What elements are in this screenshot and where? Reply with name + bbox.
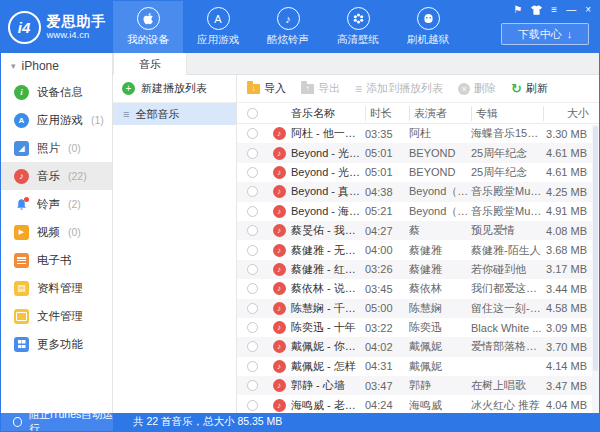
delete-button[interactable]: × 删除 — [458, 81, 496, 96]
playlist-item-all-music[interactable]: ≡ 全部音乐 — [113, 103, 236, 125]
table-row[interactable]: ♪ Beyond - 海阔天空 05:21 Beyond（黄... 音乐殿堂Mu… — [237, 202, 599, 221]
toggle-circle-icon[interactable] — [13, 417, 22, 427]
new-playlist-button[interactable]: + 新建播放列表 — [113, 75, 236, 103]
add-to-playlist-button[interactable]: ≡ 添加到播放列表 — [355, 81, 443, 96]
row-checkbox[interactable] — [247, 167, 258, 178]
sidebar-item-data-manage[interactable]: 资料管理 — [1, 274, 112, 302]
menu-icon[interactable]: ≡ — [551, 4, 557, 16]
import-button[interactable]: ↓ 导入 — [247, 81, 286, 96]
feedback-flag-icon[interactable]: ⚑ — [513, 4, 522, 16]
nav-tab-jailbreak[interactable]: 刷机越狱 — [393, 1, 463, 53]
sidebar-item-count: (2) — [68, 198, 81, 210]
table-row[interactable]: ♪ 郭静 - 心墙 03:47 郭静 在树上唱歌 3.47 MB — [237, 376, 599, 395]
sidebar-item-device-info[interactable]: i 设备信息 — [1, 78, 112, 106]
nav-tab-apps-games[interactable]: A 应用游戏 — [183, 1, 253, 53]
row-checkbox[interactable] — [247, 303, 258, 314]
row-checkbox[interactable] — [247, 128, 258, 139]
table-row[interactable]: ♪ 蔡健雅 - 红色高跟鞋 03:26 蔡健雅 若你碰到他 3.17 MB — [237, 260, 599, 279]
minimize-button[interactable]: — — [566, 4, 576, 16]
toolbar: ↓ 导入 ↑ 导出 ≡ 添加到播放列表 × 删除 — [237, 75, 599, 103]
row-checkbox[interactable] — [247, 186, 258, 197]
app-window: i4 爱思助手 www.i4.cn 我的设备 A 应用游戏 ♪ 酷炫铃声 — [0, 0, 600, 432]
song-note-icon: ♪ — [273, 127, 286, 140]
sidebar-item-file-manage[interactable]: 文件管理 — [1, 302, 112, 330]
row-checkbox[interactable] — [247, 206, 258, 217]
block-itunes-toggle[interactable]: 阻止iTunes自动运行 — [1, 413, 113, 431]
row-checkbox[interactable] — [247, 341, 258, 352]
sidebar-item-count: (0) — [68, 142, 81, 154]
sidebar-item-videos[interactable]: ▶ 视频 (0) — [1, 218, 112, 246]
row-checkbox[interactable] — [247, 225, 258, 236]
nav-tab-wallpapers[interactable]: 高清壁纸 — [323, 1, 393, 53]
nav-tab-my-devices[interactable]: 我的设备 — [113, 1, 183, 53]
table-row[interactable]: ♪ 戴佩妮 - 怎样 04:31 戴佩妮 4.14 MB — [237, 357, 599, 376]
song-artist: 蔡依林 — [409, 281, 471, 296]
table-row[interactable]: ♪ Beyond - 光辉岁月 05:01 BEYOND 25周年纪念 4.61… — [237, 163, 599, 182]
table-row[interactable]: ♪ Beyond - 真的爱你 04:38 Beyond（黄... 音乐殿堂Mu… — [237, 182, 599, 201]
row-checkbox[interactable] — [247, 148, 258, 159]
theme-skin-icon[interactable] — [531, 5, 542, 15]
song-note-icon: ♪ — [273, 263, 286, 276]
sidebar-item-music[interactable]: ♪ 音乐 (22) — [1, 162, 112, 190]
sidebar-item-ringtones[interactable]: 铃声 (2) — [1, 190, 112, 218]
row-checkbox[interactable] — [247, 361, 258, 372]
tab-music[interactable]: 音乐 — [113, 53, 187, 75]
table-row[interactable]: ♪ Beyond - 光辉岁月 05:01 BEYOND 25周年纪念 4.61… — [237, 143, 599, 162]
song-size: 4.14 MB — [543, 360, 599, 372]
song-artist: Beyond（黄... — [409, 184, 471, 199]
column-header-artist[interactable]: 表演者 — [409, 106, 471, 121]
select-all-checkbox[interactable] — [247, 108, 258, 119]
video-icon: ▶ — [14, 225, 29, 240]
song-artist: Beyond（黄... — [409, 204, 471, 219]
row-checkbox[interactable] — [247, 283, 258, 294]
sidebar-item-ebooks[interactable]: 电子书 — [1, 246, 112, 274]
song-size: 4.58 MB — [543, 302, 599, 314]
song-name: Beyond - 光辉岁月 — [291, 165, 365, 180]
export-button[interactable]: ↑ 导出 — [301, 81, 340, 96]
scrollbar-thumb[interactable] — [593, 126, 598, 371]
song-album: 冰火红心 推荐 — [471, 398, 543, 413]
sidebar-item-photos[interactable]: 照片 (0) — [1, 134, 112, 162]
table-row[interactable]: ♪ 海鸣威 - 老人与海 04:24 海鸣威 冰火红心 推荐 4.04 MB — [237, 395, 599, 413]
column-header-size[interactable]: 大小 — [543, 106, 599, 121]
song-duration: 05:21 — [365, 205, 409, 217]
song-artist: 郭静 — [409, 378, 471, 393]
download-center-button[interactable]: 下载中心 ↓ — [501, 23, 589, 45]
table-row[interactable]: ♪ 陈慧娴 - 千千阕歌 05:00 陈慧娴 留住这一刻-陈... 4.58 M… — [237, 299, 599, 318]
delete-icon: × — [458, 83, 470, 95]
song-duration: 04:00 — [365, 244, 409, 256]
device-header[interactable]: ▾ iPhone — [1, 53, 112, 78]
song-artist: 戴佩妮 — [409, 339, 471, 354]
row-checkbox[interactable] — [247, 380, 258, 391]
apple-icon — [137, 7, 160, 30]
sidebar-item-label: 视频 — [37, 225, 60, 240]
collapse-caret-icon[interactable]: ▾ — [11, 61, 16, 71]
row-checkbox[interactable] — [247, 322, 258, 333]
song-duration: 05:01 — [365, 166, 409, 178]
sidebar-item-label: 音乐 — [37, 169, 60, 184]
song-name: Beyond - 海阔天空 — [291, 204, 365, 219]
sidebar-item-count: (0) — [68, 226, 81, 238]
song-note-icon: ♪ — [273, 282, 286, 295]
table-row[interactable]: ♪ 陈奕迅 - 十年 03:22 陈奕迅 Black White ... 3.0… — [237, 318, 599, 337]
row-checkbox[interactable] — [247, 400, 258, 411]
table-row[interactable]: ♪ 蔡旻佑 - 我可以 04:27 蔡 预见爱情 4.08 MB — [237, 221, 599, 240]
row-checkbox[interactable] — [247, 245, 258, 256]
column-header-name[interactable]: 音乐名称 — [291, 106, 365, 121]
table-row[interactable]: ♪ 蔡健雅 - 无底洞 04:00 蔡健雅 蔡健雅-陌生人 3.68 MB — [237, 240, 599, 259]
column-header-duration[interactable]: 时长 — [365, 106, 409, 121]
import-folder-icon: ↓ — [247, 84, 260, 94]
row-checkbox[interactable] — [247, 264, 258, 275]
sidebar-item-apps[interactable]: A 应用游戏 (1) — [1, 106, 112, 134]
column-header-album[interactable]: 专辑 — [471, 106, 543, 121]
table-row[interactable]: ♪ 蔡依林 - 说爱你 03:45 蔡依林 我们都爱这个伦 3.44 MB — [237, 279, 599, 298]
table-row[interactable]: ♪ 戴佩妮 - 你要的爱 04:02 戴佩妮 爱情部落格2之... 3.70 M… — [237, 337, 599, 356]
table-row[interactable]: ♪ 阿杜 - 他一定很爱你 03:35 阿杜 海蝶音乐15周... 3.30 M… — [237, 124, 599, 143]
song-size: 3.30 MB — [543, 128, 599, 140]
vertical-scrollbar[interactable] — [592, 125, 599, 413]
nav-tab-ringtones[interactable]: ♪ 酷炫铃声 — [253, 1, 323, 53]
sidebar-item-more-features[interactable]: 更多功能 — [1, 330, 112, 358]
close-button[interactable]: × — [585, 4, 591, 16]
refresh-button[interactable]: ↻ 刷新 — [511, 81, 548, 96]
song-name: Beyond - 光辉岁月 — [291, 146, 365, 161]
